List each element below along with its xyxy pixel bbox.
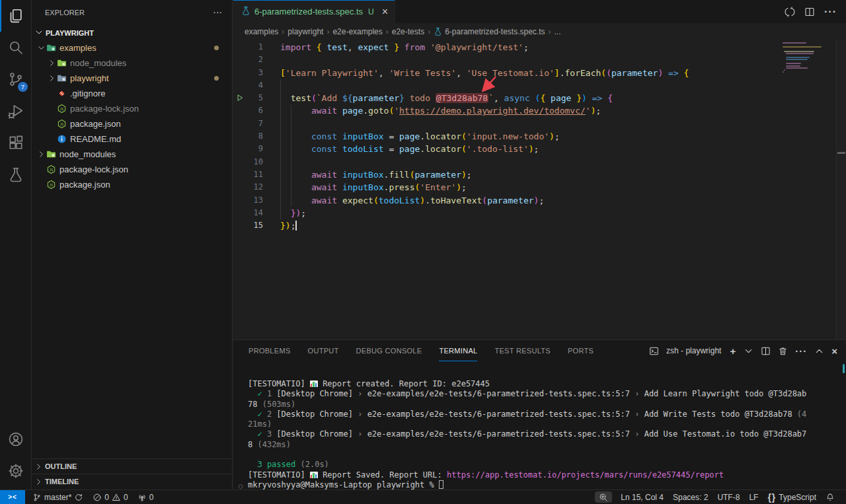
panel-tab-ports[interactable]: PORTS (568, 340, 594, 361)
chevron-down-icon[interactable] (744, 346, 753, 356)
tree-item-package-lock-json[interactable]: JSpackage-lock.json (32, 101, 232, 116)
status-text: Ln 15, Col 4 (621, 493, 664, 502)
status-eol[interactable]: LF (744, 490, 763, 504)
code-text[interactable]: await page.goto('https://demo.playwright… (263, 104, 601, 117)
folder-icon (46, 149, 56, 159)
breadcrumb-item[interactable]: playwright (288, 27, 323, 36)
node-icon: JS (46, 164, 59, 174)
tree-item-readme-md[interactable]: README.md (32, 131, 232, 147)
terminal-line: [TESTOMATIO] Report Saved. Report URL: h… (248, 470, 846, 480)
tree-item-package-json[interactable]: JSpackage.json (32, 177, 232, 192)
workspace-section-header[interactable]: PLAYWRIGHT (32, 25, 232, 40)
breadcrumb-item[interactable]: ... (555, 27, 561, 36)
activity-item-extensions[interactable] (0, 127, 31, 159)
status-ports-forwarded[interactable]: 0 (133, 490, 159, 504)
breadcrumb-item[interactable]: examples (245, 27, 278, 36)
status-indentation[interactable]: Spaces: 2 (668, 490, 712, 504)
status-cursor-position[interactable]: Ln 15, Col 4 (616, 490, 668, 504)
code-text[interactable]: const todoList = page.locator('.todo-lis… (263, 143, 539, 155)
breadcrumb-item[interactable]: e2e-examples (332, 27, 382, 36)
code-text[interactable]: test(`Add ${parameter} todo @T3d28ab78`,… (263, 92, 613, 104)
more-icon: ··· (824, 6, 837, 18)
chevron-down-icon (744, 346, 753, 356)
code-line-15: 15}); (233, 219, 846, 232)
extensions-icon (8, 135, 24, 151)
status-notifications[interactable] (821, 490, 839, 504)
tab-spec-file[interactable]: 6-parametrized-tests.spec.ts U × (233, 0, 395, 23)
status-encoding[interactable]: UTF-8 (712, 490, 744, 504)
breadcrumb-item[interactable]: e2e-tests (392, 27, 424, 36)
git-untracked-badge: U (368, 7, 374, 17)
remote-indicator[interactable]: >< (0, 490, 25, 504)
code-text[interactable]: }); (263, 207, 306, 219)
code-text[interactable]: }); (263, 219, 297, 232)
activity-item-accounts[interactable] (0, 423, 31, 455)
panel-tab-terminal[interactable]: TERMINAL (439, 340, 477, 361)
close-icon[interactable]: × (382, 7, 388, 17)
tree-item-node-modules[interactable]: node_modules (32, 55, 232, 71)
compare-changes-icon[interactable] (785, 7, 795, 17)
code-text[interactable]: await inputBox.press('Enter'); (263, 181, 467, 194)
panel-tab-output[interactable]: OUTPUT (308, 340, 339, 361)
terminal-shell-label[interactable]: zsh - playwright (666, 346, 721, 355)
sidebar-section-outline[interactable]: OUTLINE (32, 458, 232, 474)
panel-tab-problems[interactable]: PROBLEMS (249, 340, 291, 361)
settings-gear-icon (8, 463, 24, 479)
run-test-play-button[interactable] (235, 93, 245, 102)
status-language-mode[interactable]: {}TypeScript (763, 490, 821, 504)
status-git-branch[interactable]: master* (28, 490, 88, 504)
sidebar-header: EXPLORER ··· (32, 0, 232, 25)
breadcrumb-item[interactable]: 6-parametrized-tests.spec.ts (434, 27, 545, 36)
code-text[interactable] (263, 79, 280, 92)
activity-item-source-control[interactable]: 7 (0, 63, 31, 95)
folder-icon (46, 43, 59, 53)
explorer-more-icon[interactable]: ··· (213, 9, 223, 17)
panel-tab-test-results[interactable]: TEST RESULTS (494, 340, 551, 361)
play-icon (235, 93, 245, 102)
split-editor-icon[interactable] (804, 7, 815, 17)
editor-actions: ··· (785, 0, 846, 23)
split-editor-icon[interactable] (761, 346, 771, 356)
more-icon[interactable]: ··· (824, 6, 837, 18)
plus-icon[interactable]: + (730, 345, 736, 357)
activity-item-explorer[interactable] (0, 0, 31, 32)
trash-icon[interactable] (778, 346, 788, 356)
sidebar-section-timeline[interactable]: TIMELINE (32, 474, 232, 489)
tree-item-node-modules[interactable]: node_modules (32, 147, 232, 162)
panel-tab-debug-console[interactable]: DEBUG CONSOLE (356, 340, 422, 361)
tree-item-package-json[interactable]: JSpackage.json (32, 116, 232, 131)
section-label: TIMELINE (45, 478, 79, 486)
close-icon[interactable]: × (831, 345, 838, 357)
tree-item--gitignore[interactable]: .gitignore (32, 86, 232, 101)
breadcrumb: examples›playwright›e2e-examples›e2e-tes… (233, 23, 846, 40)
code-text[interactable]: ['Learn Playwright', 'Write Tests', 'Use… (263, 67, 689, 79)
folder-icon (46, 43, 56, 53)
breadcrumb-separator-icon: › (327, 27, 329, 36)
terminal-scrollbar[interactable] (843, 364, 845, 373)
status-problems[interactable]: 00 (88, 490, 132, 504)
tree-item-package-lock-json[interactable]: JSpackage-lock.json (32, 162, 232, 177)
code-text[interactable] (263, 54, 280, 66)
activity-item-run-and-debug[interactable] (0, 95, 31, 127)
tree-item-playwright[interactable]: playwright (32, 71, 232, 86)
more-icon[interactable]: ··· (795, 345, 807, 357)
node-icon: JS (46, 180, 56, 190)
code-text[interactable]: const inputBox = page.locator('input.new… (263, 130, 560, 143)
breadcrumb-separator-icon: › (386, 27, 389, 36)
activity-item-search[interactable] (0, 32, 31, 63)
code-text[interactable]: await expect(todoList).toHaveText(parame… (263, 194, 544, 207)
chevron-down-icon (37, 44, 46, 52)
code-text[interactable] (263, 118, 280, 130)
activity-item-testing[interactable] (0, 159, 31, 190)
minimap[interactable] (783, 42, 831, 73)
chevron-up-icon[interactable] (814, 346, 824, 356)
tree-item-examples[interactable]: examples (32, 40, 232, 55)
code-text[interactable]: import { test, expect } from '@playwrigh… (263, 41, 529, 54)
code-text[interactable]: await inputBox.fill(parameter); (263, 168, 472, 181)
terminal[interactable]: [TESTOMATIO] Report created. Report ID: … (233, 362, 846, 489)
code-editor[interactable]: 1import { test, expect } from '@playwrig… (233, 40, 846, 340)
code-line-14: 14 }); (233, 207, 846, 219)
code-text[interactable] (263, 156, 280, 168)
status-zoom[interactable] (595, 491, 612, 503)
activity-item-settings[interactable] (0, 455, 31, 487)
